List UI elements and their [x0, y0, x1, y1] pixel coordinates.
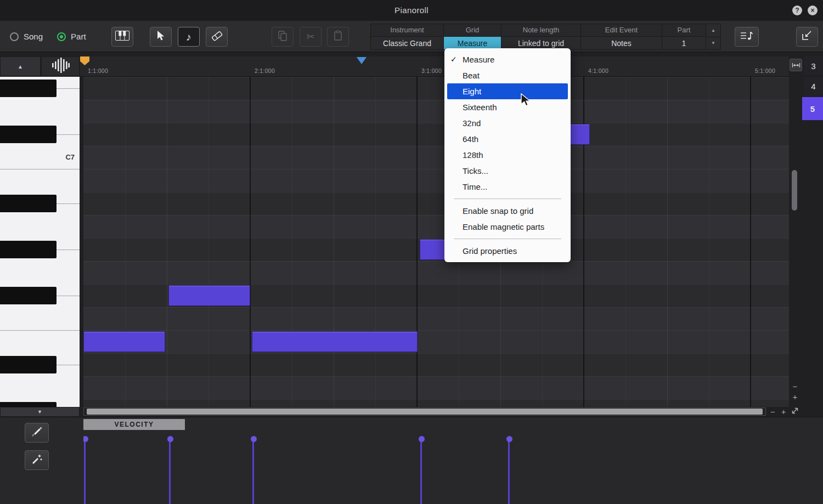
- menu-item-beat[interactable]: Beat: [444, 67, 571, 83]
- part-step-up-button[interactable]: ▲: [706, 24, 720, 37]
- grid-row-a6: [83, 215, 789, 238]
- eraser-tool-button[interactable]: [206, 27, 228, 47]
- velocity-stem-c-7[interactable]: [508, 439, 510, 504]
- menu-item-label: 64th: [463, 134, 478, 144]
- menu-separator: [454, 239, 561, 239]
- mode-radio-group: Song Part: [10, 21, 100, 52]
- edit-event-header: Edit Event: [581, 24, 662, 36]
- beat-line: [125, 77, 126, 407]
- velocity-lane[interactable]: [83, 417, 789, 504]
- note-length-value[interactable]: Linked to grid: [501, 36, 580, 49]
- menu-item-64th[interactable]: 64th: [444, 131, 571, 147]
- menu-item-eight[interactable]: Eight: [447, 83, 568, 99]
- note-length-field[interactable]: Note length Linked to grid: [501, 24, 581, 49]
- menu-item-sixteenth[interactable]: Sixteenth: [444, 99, 571, 115]
- instrument-value[interactable]: Classic Grand: [371, 36, 443, 49]
- white-key-divider: [0, 169, 80, 169]
- copy-button[interactable]: [272, 27, 294, 47]
- measure-line: [416, 77, 418, 407]
- velocity-pencil-tool-button[interactable]: [25, 423, 49, 443]
- paste-button[interactable]: [327, 27, 349, 47]
- horizontal-zoom-out-button[interactable]: −: [768, 407, 777, 417]
- edit-event-value[interactable]: Notes: [581, 36, 662, 49]
- piano-key-f-6[interactable]: [0, 287, 57, 304]
- piano-key-d-6[interactable]: [0, 356, 57, 373]
- menu-item-time[interactable]: Time...: [444, 179, 571, 195]
- chevron-up-icon: ▲: [711, 28, 715, 33]
- part-radio[interactable]: [57, 32, 66, 41]
- note-icon: ♪: [186, 32, 191, 42]
- velocity-handle-e6[interactable]: [83, 436, 88, 442]
- velocity-handle-f-6[interactable]: [167, 436, 173, 442]
- velocity-wand-tool-button[interactable]: [25, 450, 49, 470]
- note-length-header: Note length: [501, 24, 580, 36]
- scroll-up-button[interactable]: ▲: [0, 56, 41, 76]
- close-button[interactable]: ×: [808, 5, 818, 15]
- midi-note-e6[interactable]: [252, 331, 418, 352]
- piano-key-a-6[interactable]: [0, 195, 57, 212]
- part-field[interactable]: Part 1: [662, 24, 706, 49]
- velocity-stem-e6[interactable]: [252, 439, 254, 504]
- song-radio[interactable]: [10, 32, 19, 41]
- menu-item-32nd[interactable]: 32nd: [444, 115, 571, 131]
- arrow-down-icon: ▼: [37, 409, 42, 415]
- keyboard-toggle-button[interactable]: [111, 27, 133, 47]
- select-tool-button[interactable]: [150, 27, 172, 47]
- midi-note-e6[interactable]: [83, 331, 165, 352]
- grid-row-e6: [83, 330, 789, 353]
- grid-row-d7: [83, 100, 789, 123]
- piano-key-c-7[interactable]: [0, 126, 57, 143]
- quantize-button[interactable]: [735, 27, 759, 47]
- vertical-zoom-in-button[interactable]: +: [790, 392, 800, 401]
- part-tab-5[interactable]: 5: [802, 97, 823, 120]
- menu-item-measure[interactable]: ✓Measure: [444, 52, 571, 67]
- song-radio-label: Song: [24, 32, 43, 41]
- velocity-section: VELOCITY: [0, 417, 823, 504]
- menu-item-enable-snap-to-grid[interactable]: Enable snap to grid: [444, 203, 571, 219]
- timeline-ruler[interactable]: 1:1:0002:1:0003:1:0004:1:0005:1:000: [80, 56, 789, 77]
- velocity-handle-e6[interactable]: [251, 436, 257, 442]
- scroll-down-button[interactable]: ▼: [0, 407, 80, 417]
- horizontal-scrollbar-handle[interactable]: [87, 409, 763, 415]
- part-value[interactable]: 1: [662, 36, 706, 49]
- grid-value[interactable]: Measure: [444, 36, 501, 49]
- window-title: Pianoroll: [0, 0, 823, 21]
- help-button[interactable]: ?: [792, 5, 802, 15]
- menu-item-grid-properties[interactable]: Grid properties: [444, 243, 571, 259]
- part-tab-4[interactable]: 4: [804, 77, 823, 95]
- loop-start-marker[interactable]: [80, 56, 89, 65]
- note-tool-button[interactable]: ♪: [178, 27, 200, 47]
- fit-width-button[interactable]: [790, 59, 802, 71]
- velocity-handle-g-6[interactable]: [419, 436, 425, 442]
- part-step-down-button[interactable]: ▼: [706, 37, 720, 50]
- vertical-zoom-out-button[interactable]: −: [790, 381, 800, 391]
- clipboard-icon: [333, 30, 343, 43]
- part-tab-3[interactable]: 3: [804, 56, 823, 75]
- piano-key-c-6[interactable]: [0, 402, 57, 407]
- edit-event-field[interactable]: Edit Event Notes: [581, 24, 662, 49]
- menu-item-enable-magnetic-parts[interactable]: Enable magnetic parts: [444, 219, 571, 235]
- horizontal-scrollbar[interactable]: [83, 407, 766, 416]
- vertical-scrollbar[interactable]: [792, 170, 797, 211]
- piano-keyboard[interactable]: C7: [0, 77, 80, 407]
- midi-note-f-6[interactable]: [168, 285, 250, 306]
- velocity-stem-e6[interactable]: [84, 439, 86, 504]
- waveform-view-button[interactable]: [41, 56, 80, 76]
- dock-panel-button[interactable]: [796, 27, 818, 47]
- cut-button[interactable]: ✂: [300, 27, 322, 47]
- grid-area[interactable]: [83, 77, 789, 407]
- velocity-stem-f-6[interactable]: [169, 439, 171, 504]
- grid-field[interactable]: Grid Measure: [444, 24, 501, 49]
- menu-item-128th[interactable]: 128th: [444, 147, 571, 163]
- menu-item-ticks[interactable]: Ticks...: [444, 163, 571, 179]
- horizontal-zoom-in-button[interactable]: +: [779, 407, 788, 417]
- piano-key-g-6[interactable]: [0, 241, 57, 258]
- white-key-divider: [57, 296, 80, 296]
- playhead-marker[interactable]: [357, 57, 367, 64]
- zoom-fit-button[interactable]: [790, 406, 800, 416]
- velocity-stem-g-6[interactable]: [420, 439, 422, 504]
- piano-key-d-7[interactable]: [0, 80, 57, 97]
- velocity-handle-c-7[interactable]: [506, 436, 512, 442]
- arrow-up-icon: ▲: [18, 64, 23, 70]
- instrument-field[interactable]: Instrument Classic Grand: [371, 24, 444, 49]
